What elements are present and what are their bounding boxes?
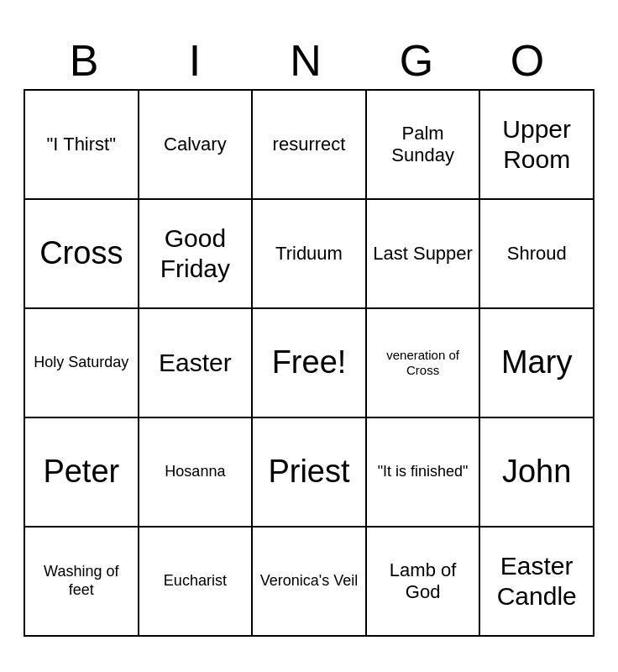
cell-text-7: Triduum — [275, 243, 343, 265]
bingo-cell-5: Cross — [25, 200, 139, 309]
bingo-cell-3: Palm Sunday — [367, 91, 481, 200]
bingo-cell-22: Veronica's Veil — [253, 528, 367, 637]
bingo-cell-15: Peter — [25, 418, 139, 528]
bingo-cell-11: Easter — [139, 309, 254, 418]
bingo-header: BINGO — [24, 35, 594, 86]
cell-text-14: Mary — [501, 344, 572, 382]
header-letter-G: G — [369, 35, 470, 86]
bingo-cell-7: Triduum — [253, 200, 367, 309]
bingo-cell-16: Hosanna — [139, 418, 254, 528]
cell-text-9: Shroud — [507, 243, 567, 265]
cell-text-2: resurrect — [273, 134, 346, 155]
cell-text-8: Last Supper — [373, 243, 473, 265]
cell-text-4: Upper Room — [484, 114, 589, 175]
bingo-cell-13: veneration of Cross — [367, 309, 481, 418]
cell-text-23: Lamb of God — [371, 559, 475, 604]
bingo-cell-12: Free! — [253, 309, 367, 418]
bingo-cell-14: Mary — [480, 309, 594, 418]
cell-text-5: Cross — [39, 234, 123, 273]
cell-text-24: Easter Candle — [484, 551, 589, 612]
cell-text-21: Eucharist — [164, 572, 227, 591]
bingo-cell-1: Calvary — [139, 91, 254, 200]
bingo-cell-19: John — [480, 418, 594, 528]
cell-text-6: Good Friday — [144, 223, 248, 284]
bingo-grid: "I Thirst"CalvaryresurrectPalm SundayUpp… — [24, 89, 594, 637]
header-letter-B: B — [37, 35, 138, 86]
bingo-card: BINGO "I Thirst"CalvaryresurrectPalm Sun… — [15, 27, 603, 645]
bingo-cell-8: Last Supper — [367, 200, 481, 309]
header-letter-I: I — [148, 35, 249, 86]
cell-text-17: Priest — [268, 453, 349, 491]
cell-text-10: Holy Saturday — [34, 354, 128, 372]
bingo-cell-17: Priest — [253, 418, 367, 528]
cell-text-22: Veronica's Veil — [260, 572, 359, 591]
cell-text-3: Palm Sunday — [371, 123, 475, 167]
cell-text-18: "It is finished" — [378, 463, 469, 481]
cell-text-0: "I Thirst" — [47, 134, 116, 155]
bingo-cell-10: Holy Saturday — [25, 309, 139, 418]
header-letter-N: N — [259, 35, 359, 86]
bingo-cell-6: Good Friday — [139, 200, 254, 309]
cell-text-19: John — [502, 453, 571, 491]
bingo-cell-0: "I Thirst" — [25, 91, 139, 200]
bingo-cell-21: Eucharist — [139, 528, 254, 637]
bingo-cell-9: Shroud — [480, 200, 594, 309]
cell-text-16: Hosanna — [165, 463, 225, 481]
bingo-cell-4: Upper Room — [480, 91, 594, 200]
cell-text-20: Washing of feet — [29, 563, 134, 599]
bingo-cell-2: resurrect — [253, 91, 367, 200]
header-letter-O: O — [480, 35, 581, 86]
cell-text-12: Free! — [272, 344, 347, 382]
bingo-cell-23: Lamb of God — [367, 528, 481, 637]
cell-text-11: Easter — [159, 348, 232, 378]
cell-text-13: veneration of Cross — [371, 348, 475, 378]
cell-text-1: Calvary — [164, 134, 227, 155]
bingo-cell-18: "It is finished" — [367, 418, 481, 528]
bingo-cell-20: Washing of feet — [25, 528, 139, 637]
bingo-cell-24: Easter Candle — [480, 528, 594, 637]
cell-text-15: Peter — [43, 453, 119, 491]
